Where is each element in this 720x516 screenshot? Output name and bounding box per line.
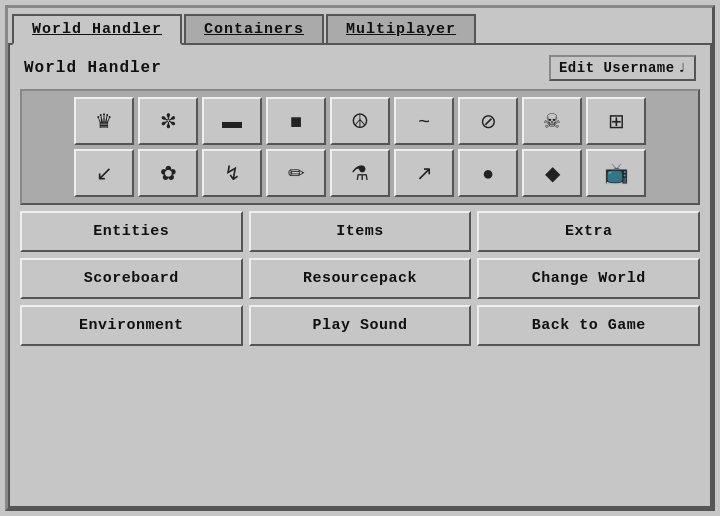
icon-btn-flower[interactable]: ✿ [138, 149, 198, 197]
icon-btn-minus[interactable]: ▬ [202, 97, 262, 145]
icon-btn-skull[interactable]: ☠ [522, 97, 582, 145]
content-area: World Handler Edit Username ♩ ♛ ✼ ▬ ■ ☮ … [8, 43, 712, 508]
tab-multiplayer[interactable]: Multiplayer [326, 14, 476, 45]
items-button[interactable]: Items [249, 211, 472, 252]
icon-btn-arrow-up-right[interactable]: ↗ [394, 149, 454, 197]
icon-btn-tilde[interactable]: ~ [394, 97, 454, 145]
icon-row-2: ↙ ✿ ↯ ✏ ⚗ ↗ ● ◆ 📺 [28, 149, 692, 197]
entities-button[interactable]: Entities [20, 211, 243, 252]
action-row-2: Scoreboard Resourcepack Change World [20, 258, 700, 299]
icon-btn-lightning[interactable]: ↯ [202, 149, 262, 197]
icon-btn-tv[interactable]: 📺 [586, 149, 646, 197]
tab-world-handler-label: World Handler [32, 21, 162, 38]
main-window: World Handler Containers Multiplayer Wor… [5, 5, 715, 511]
resourcepack-button[interactable]: Resourcepack [249, 258, 472, 299]
tab-multiplayer-label: Multiplayer [346, 21, 456, 38]
icon-btn-pencil[interactable]: ✏ [266, 149, 326, 197]
music-icon: ♩ [678, 60, 686, 76]
icon-btn-flask[interactable]: ⚗ [330, 149, 390, 197]
extra-button[interactable]: Extra [477, 211, 700, 252]
icon-btn-sparkle[interactable]: ✼ [138, 97, 198, 145]
tab-containers-label: Containers [204, 21, 304, 38]
icon-btn-diamond[interactable]: ◆ [522, 149, 582, 197]
icon-btn-circle[interactable]: ● [458, 149, 518, 197]
back-to-game-button[interactable]: Back to Game [477, 305, 700, 346]
environment-button[interactable]: Environment [20, 305, 243, 346]
tab-world-handler[interactable]: World Handler [12, 14, 182, 45]
icon-grid: ♛ ✼ ▬ ■ ☮ ~ ⊘ ☠ ⊞ ↙ ✿ ↯ ✏ ⚗ ↗ ● ◆ 📺 [20, 89, 700, 205]
edit-username-label: Edit Username [559, 60, 675, 76]
icon-btn-square[interactable]: ■ [266, 97, 326, 145]
action-row-3: Environment Play Sound Back to Game [20, 305, 700, 346]
icon-btn-crown[interactable]: ♛ [74, 97, 134, 145]
tab-bar: World Handler Containers Multiplayer [8, 8, 712, 43]
header-row: World Handler Edit Username ♩ [20, 53, 700, 83]
scoreboard-button[interactable]: Scoreboard [20, 258, 243, 299]
edit-username-button[interactable]: Edit Username ♩ [549, 55, 696, 81]
icon-btn-arrow-down-left[interactable]: ↙ [74, 149, 134, 197]
action-row-1: Entities Items Extra [20, 211, 700, 252]
icon-btn-no-entry[interactable]: ⊘ [458, 97, 518, 145]
tab-containers[interactable]: Containers [184, 14, 324, 45]
play-sound-button[interactable]: Play Sound [249, 305, 472, 346]
change-world-button[interactable]: Change World [477, 258, 700, 299]
icon-btn-grid[interactable]: ⊞ [586, 97, 646, 145]
page-title: World Handler [24, 59, 162, 77]
icon-btn-peace[interactable]: ☮ [330, 97, 390, 145]
icon-row-1: ♛ ✼ ▬ ■ ☮ ~ ⊘ ☠ ⊞ [28, 97, 692, 145]
